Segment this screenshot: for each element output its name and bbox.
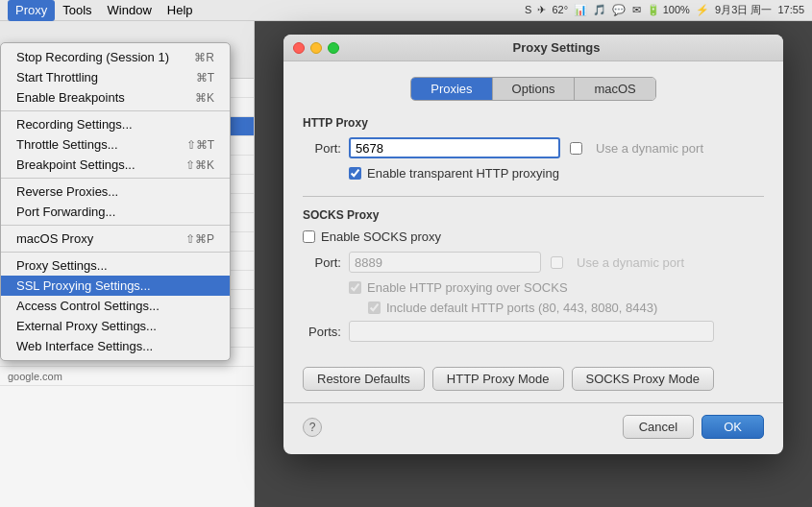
- dialog-footer: ? Cancel OK: [283, 402, 783, 454]
- transparent-proxy-label: Enable transparent HTTP proxying: [367, 166, 559, 181]
- socks-dynamic-port-row: Use a dynamic port: [551, 255, 684, 270]
- http-over-socks-row: Enable HTTP proxying over SOCKS: [303, 280, 764, 295]
- restore-defaults-button[interactable]: Restore Defaults: [303, 367, 425, 391]
- tab-proxies[interactable]: Proxies: [411, 78, 492, 100]
- proxy-dropdown-menu: Stop Recording (Session 1) ⌘R Start Thro…: [0, 42, 231, 361]
- ports-label: Ports:: [303, 325, 341, 339]
- enable-socks-checkbox[interactable]: [303, 230, 315, 243]
- tab-bar: Proxies Options macOS: [303, 77, 764, 101]
- menu-divider-2: [1, 178, 230, 179]
- dialog-title: Proxy Settings: [339, 40, 774, 55]
- menu-bar-items: Proxy Tools Window Help: [8, 0, 201, 21]
- socks-proxy-mode-button[interactable]: SOCKS Proxy Mode: [572, 367, 715, 391]
- menu-divider-1: [1, 110, 230, 111]
- menu-item-throttle-settings[interactable]: Throttle Settings... ⇧⌘T: [1, 134, 230, 155]
- socks-port-input[interactable]: [349, 252, 541, 273]
- close-button[interactable]: [293, 42, 305, 54]
- minimize-button[interactable]: [310, 42, 322, 54]
- menu-window[interactable]: Window: [100, 0, 160, 21]
- menu-item-access-control-settings[interactable]: Access Control Settings...: [1, 296, 230, 316]
- http-proxy-mode-button[interactable]: HTTP Proxy Mode: [432, 367, 564, 391]
- footer-actions: Cancel OK: [623, 415, 764, 439]
- default-ports-row: Include default HTTP ports (80, 443, 808…: [303, 301, 764, 315]
- default-ports-checkbox[interactable]: [368, 302, 381, 314]
- menu-item-macos-proxy[interactable]: macOS Proxy ⇧⌘P: [1, 229, 230, 249]
- transparent-proxy-checkbox[interactable]: [349, 167, 361, 180]
- menu-item-ssl-proxying-settings[interactable]: SSL Proxying Settings...: [1, 276, 230, 296]
- ok-button[interactable]: OK: [701, 415, 764, 439]
- http-dynamic-port-checkbox[interactable]: [570, 142, 582, 155]
- help-button[interactable]: ?: [303, 418, 322, 437]
- enable-socks-row: Enable SOCKS proxy: [303, 229, 764, 244]
- http-port-label: Port:: [303, 141, 341, 156]
- http-over-socks-label: Enable HTTP proxying over SOCKS: [367, 280, 568, 295]
- bg-row-google: google.com: [0, 367, 254, 386]
- menu-item-breakpoint-settings[interactable]: Breakpoint Settings... ⇧⌘K: [1, 155, 230, 175]
- http-proxy-section: HTTP Proxy Port: Use a dynamic port Enab…: [303, 116, 764, 181]
- menu-bar-right: S ✈ 62° 📊 🎵 💬 ✉ 🔋 100% ⚡ 9月3日 周一 17:55: [525, 3, 804, 17]
- transparent-proxy-row: Enable transparent HTTP proxying: [303, 166, 764, 181]
- http-proxy-label: HTTP Proxy: [303, 116, 764, 130]
- http-over-socks-checkbox[interactable]: [349, 281, 361, 294]
- menu-divider-4: [1, 252, 230, 253]
- http-dynamic-port-label: Use a dynamic port: [596, 141, 703, 156]
- socks-dynamic-port-checkbox[interactable]: [551, 256, 563, 269]
- socks-port-row: Port: Use a dynamic port: [303, 252, 764, 273]
- dialog-titlebar: Proxy Settings: [283, 35, 783, 61]
- menu-item-stop-recording[interactable]: Stop Recording (Session 1) ⌘R: [1, 47, 230, 67]
- system-status: S ✈ 62° 📊 🎵 💬 ✉ 🔋 100% ⚡ 9月3日 周一 17:55: [525, 3, 804, 17]
- menu-item-enable-breakpoints[interactable]: Enable Breakpoints ⌘K: [1, 87, 230, 108]
- menu-item-proxy-settings[interactable]: Proxy Settings...: [1, 255, 230, 276]
- enable-socks-label: Enable SOCKS proxy: [321, 229, 441, 244]
- maximize-button[interactable]: [328, 42, 339, 54]
- menu-divider-3: [1, 225, 230, 226]
- tab-macos[interactable]: macOS: [575, 78, 654, 100]
- menu-tools[interactable]: Tools: [55, 0, 99, 21]
- footer-left: ?: [303, 418, 322, 437]
- dialog-content: Proxies Options macOS HTTP Proxy Port: U…: [283, 61, 783, 363]
- menu-item-reverse-proxies[interactable]: Reverse Proxies...: [1, 181, 230, 202]
- socks-proxy-label: SOCKS Proxy: [303, 208, 764, 222]
- socks-dynamic-port-label: Use a dynamic port: [577, 255, 684, 270]
- traffic-lights: [293, 42, 339, 54]
- menu-item-start-throttling[interactable]: Start Throttling ⌘T: [1, 67, 230, 87]
- ports-input[interactable]: [349, 321, 714, 342]
- http-dynamic-port-row: Use a dynamic port: [570, 141, 703, 156]
- menu-bar: Proxy Tools Window Help S ✈ 62° 📊 🎵 💬 ✉ …: [0, 0, 812, 21]
- tab-options[interactable]: Options: [493, 78, 576, 100]
- menu-item-external-proxy-settings[interactable]: External Proxy Settings...: [1, 316, 230, 336]
- menu-item-recording-settings[interactable]: Recording Settings...: [1, 114, 230, 134]
- tab-group: Proxies Options macOS: [410, 77, 656, 101]
- default-ports-label: Include default HTTP ports (80, 443, 808…: [386, 301, 657, 315]
- proxy-settings-dialog: Proxy Settings Proxies Options macOS HTT…: [283, 35, 783, 454]
- socks-port-label: Port:: [303, 255, 341, 270]
- cancel-button[interactable]: Cancel: [623, 415, 694, 439]
- http-port-input[interactable]: [349, 137, 560, 158]
- socks-proxy-section: SOCKS Proxy Enable SOCKS proxy Port: Use…: [303, 196, 764, 342]
- menu-proxy[interactable]: Proxy: [8, 0, 55, 21]
- menu-item-web-interface-settings[interactable]: Web Interface Settings...: [1, 336, 230, 356]
- ports-row: Ports:: [303, 321, 764, 342]
- menu-item-port-forwarding[interactable]: Port Forwarding...: [1, 202, 230, 222]
- http-port-row: Port: Use a dynamic port: [303, 137, 764, 158]
- menu-help[interactable]: Help: [160, 0, 201, 21]
